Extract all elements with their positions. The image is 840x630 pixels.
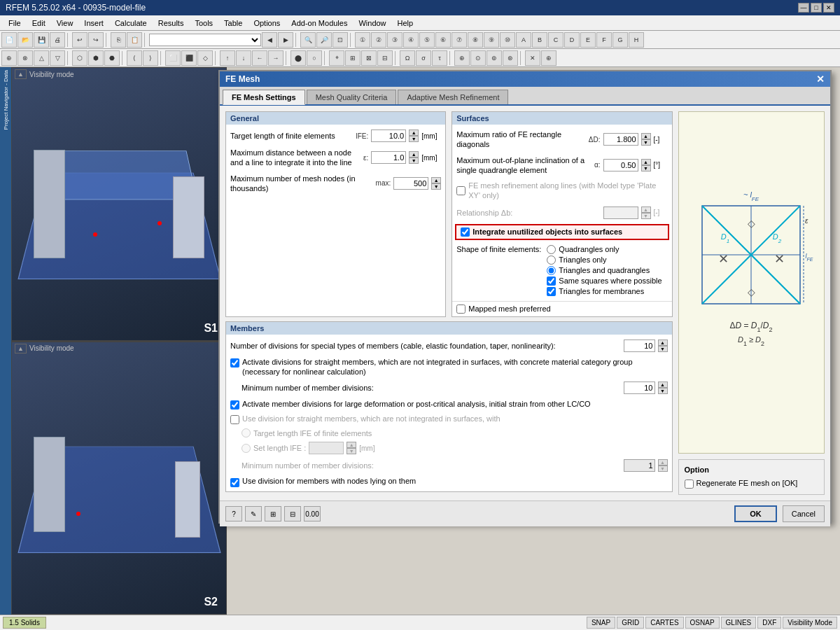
tb-b[interactable]: B (532, 32, 547, 48)
min-div2-down[interactable]: ▼ (658, 465, 668, 472)
tb2-26[interactable]: ⊕ (454, 50, 470, 66)
cartes-button[interactable]: CARTES (645, 617, 683, 629)
max-nodes-down[interactable]: ▼ (431, 183, 441, 190)
tb-g[interactable]: G (612, 32, 628, 48)
max-incline-input[interactable] (603, 159, 638, 172)
tb-c[interactable]: C (548, 32, 564, 48)
menu-options[interactable]: Options (248, 18, 286, 29)
menu-insert[interactable]: Insert (78, 18, 109, 29)
tb2-20[interactable]: ⊞ (345, 50, 360, 66)
glines-button[interactable]: GLINES (721, 617, 757, 629)
tb2-15[interactable]: ← (252, 50, 267, 66)
tb-right-arrow[interactable]: ▶ (278, 32, 293, 48)
tb2-23[interactable]: Ω (400, 50, 415, 66)
same-squares-checkbox[interactable] (547, 276, 556, 286)
menu-edit[interactable]: Edit (27, 18, 51, 29)
radio-both-row[interactable]: Triangles and quadrangles (547, 266, 662, 275)
tb2-3[interactable]: △ (34, 50, 49, 66)
tb-redo[interactable]: ↪ (88, 32, 104, 48)
expand-button[interactable]: ⊞ (265, 506, 281, 522)
tb-combo-select[interactable] (149, 34, 261, 46)
tb2-10[interactable]: ⬜ (165, 50, 181, 66)
check1-checkbox[interactable] (230, 358, 239, 368)
tb2-8[interactable]: ⟨ (127, 50, 142, 66)
max-ratio-input[interactable] (603, 133, 638, 146)
divisions-down[interactable]: ▼ (658, 346, 668, 352)
max-incline-up[interactable]: ▲ (641, 159, 651, 165)
tb2-29[interactable]: ⊛ (503, 50, 518, 66)
check3-checkbox[interactable] (230, 415, 239, 424)
radio-target-length[interactable] (241, 428, 251, 438)
tb2-6[interactable]: ⬢ (88, 50, 104, 66)
radio-quad-row[interactable]: Quadrangles only (547, 245, 662, 254)
min-div2-input[interactable] (624, 459, 655, 472)
tb2-25[interactable]: τ (432, 50, 447, 66)
tab-fe-mesh-settings[interactable]: FE Mesh Settings (223, 90, 305, 105)
close-button[interactable]: ✕ (823, 3, 834, 13)
tb2-22[interactable]: ⊟ (377, 50, 393, 66)
menu-calculate[interactable]: Calculate (109, 18, 153, 29)
tb-d[interactable]: D (564, 32, 580, 48)
radio-quad[interactable] (547, 245, 556, 254)
target-length-up[interactable]: ▲ (409, 130, 419, 136)
value-button[interactable]: 0.00 (304, 506, 321, 522)
tb-f[interactable]: F (596, 32, 612, 48)
triangles-memb-checkbox[interactable] (547, 287, 556, 296)
tb2-9[interactable]: ⟩ (143, 50, 158, 66)
tb-10[interactable]: ⑩ (500, 32, 515, 48)
tb-copy[interactable]: ⎘ (111, 32, 126, 48)
tb-4[interactable]: ④ (403, 32, 419, 48)
grid-button[interactable]: GRID (617, 617, 644, 629)
snap-button[interactable]: SNAP (587, 617, 615, 629)
tb2-16[interactable]: → (268, 50, 284, 66)
divisions-input[interactable] (624, 340, 655, 352)
tb-paste[interactable]: 📋 (127, 32, 142, 48)
max-nodes-input[interactable] (393, 177, 428, 190)
relationship-up[interactable]: ▲ (641, 206, 651, 213)
footer-solids-tab[interactable]: 1.5 Solids (3, 617, 46, 629)
tab-adaptive-mesh[interactable]: Adaptive Mesh Refinement (398, 90, 508, 104)
check4-checkbox[interactable] (230, 478, 239, 487)
tb-fit[interactable]: ⊡ (332, 32, 348, 48)
min-divisions-input[interactable] (624, 382, 655, 394)
dxf-button[interactable]: DXF (757, 617, 781, 629)
max-ratio-up[interactable]: ▲ (641, 133, 651, 139)
tb-save[interactable]: 💾 (34, 32, 49, 48)
menu-addon[interactable]: Add-on Modules (286, 18, 353, 29)
tb-1[interactable]: ① (355, 32, 370, 48)
triangles-memb-row[interactable]: Triangles for membranes (547, 287, 662, 296)
radio-both[interactable] (547, 266, 556, 275)
tb2-4[interactable]: ▽ (50, 50, 65, 66)
tb2-30[interactable]: ✕ (525, 50, 540, 66)
menu-file[interactable]: File (3, 18, 27, 29)
menu-view[interactable]: View (51, 18, 79, 29)
check2-checkbox[interactable] (230, 400, 239, 410)
cancel-button[interactable]: Cancel (783, 505, 825, 522)
tb2-11[interactable]: ⬛ (181, 50, 197, 66)
max-incline-down[interactable]: ▼ (641, 165, 651, 172)
dialog-close-button[interactable]: ✕ (816, 74, 825, 85)
tb-7[interactable]: ⑦ (451, 32, 467, 48)
target-length-down[interactable]: ▼ (409, 136, 419, 142)
tb-9[interactable]: ⑨ (484, 32, 499, 48)
tb-h[interactable]: H (629, 32, 644, 48)
min-div2-up[interactable]: ▲ (658, 459, 668, 465)
menu-tools[interactable]: Tools (189, 18, 218, 29)
tb2-1[interactable]: ⊕ (1, 50, 17, 66)
max-ratio-down[interactable]: ▼ (641, 139, 651, 146)
tb-zoom-out[interactable]: 🔎 (316, 32, 332, 48)
menu-help[interactable]: Help (392, 18, 419, 29)
min-divisions-up[interactable]: ▲ (658, 382, 668, 388)
tb-a[interactable]: A (516, 32, 531, 48)
tb-8[interactable]: ⑧ (468, 32, 483, 48)
collapse-button[interactable]: ⊟ (284, 506, 301, 522)
max-distance-input[interactable] (371, 151, 406, 164)
window-controls[interactable]: — □ ✕ (798, 3, 834, 13)
set-length-down[interactable]: ▼ (346, 448, 356, 454)
tab-mesh-quality[interactable]: Mesh Quality Criteria (307, 90, 397, 104)
tb2-7[interactable]: ⬣ (104, 50, 120, 66)
tb-3[interactable]: ③ (387, 32, 402, 48)
menu-results[interactable]: Results (153, 18, 190, 29)
tb2-31[interactable]: ⊕ (541, 50, 556, 66)
set-length-input[interactable] (309, 442, 344, 454)
